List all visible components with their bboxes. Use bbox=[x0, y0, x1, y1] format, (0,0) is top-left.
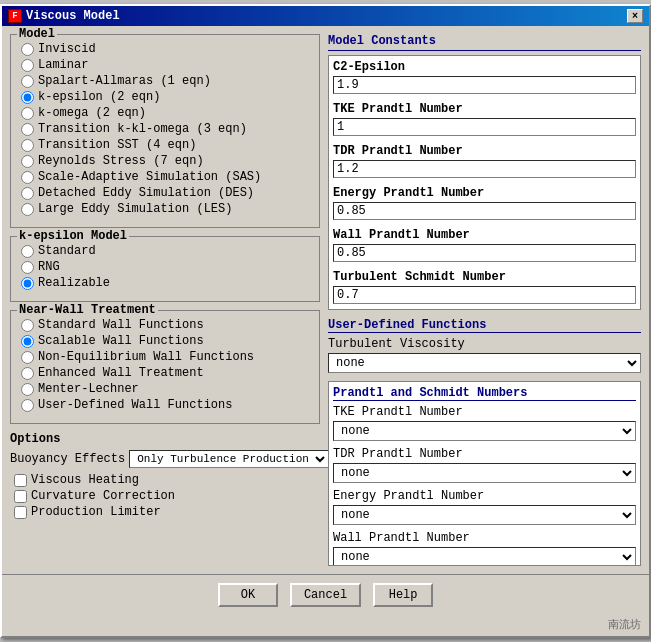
model-constants-section: Model Constants C2-Epsilon TKE Prandtl N… bbox=[328, 34, 641, 310]
checkbox-production[interactable]: Production Limiter bbox=[10, 504, 320, 520]
label-sas: Scale-Adaptive Simulation (SAS) bbox=[38, 170, 261, 184]
label-spalart: Spalart-Allmaras (1 eqn) bbox=[38, 74, 211, 88]
mc-tke-label: TKE Prandtl Number bbox=[333, 102, 636, 116]
radio-spalart[interactable]: Spalart-Allmaras (1 eqn) bbox=[17, 73, 313, 89]
ps-wall-select[interactable]: none bbox=[333, 547, 636, 566]
ps-tdr-label: TDR Prandtl Number bbox=[333, 447, 636, 461]
mc-c2eps-label: C2-Epsilon bbox=[333, 60, 636, 74]
buoyancy-select[interactable]: None Only Turbulence Production All bbox=[129, 450, 329, 468]
bottom-bar: OK Cancel Help bbox=[2, 574, 649, 615]
radio-les[interactable]: Large Eddy Simulation (LES) bbox=[17, 201, 313, 217]
udf-label: User-Defined Functions bbox=[328, 318, 641, 333]
label-realizable: Realizable bbox=[38, 276, 110, 290]
label-standard: Standard bbox=[38, 244, 96, 258]
title-bar: F Viscous Model × bbox=[2, 6, 649, 26]
label-menter: Menter-Lechner bbox=[38, 382, 139, 396]
mc-schmidt-input[interactable] bbox=[333, 286, 636, 304]
ps-wall-label: Wall Prandtl Number bbox=[333, 531, 636, 545]
label-std-wall: Standard Wall Functions bbox=[38, 318, 204, 332]
help-button[interactable]: Help bbox=[373, 583, 433, 607]
ps-energy-label: Energy Prandtl Number bbox=[333, 489, 636, 503]
kepsilon-section-title: k-epsilon Model bbox=[17, 229, 129, 243]
prandtl-section: Prandtl and Schmidt Numbers TKE Prandtl … bbox=[328, 381, 641, 566]
radio-reynolds[interactable]: Reynolds Stress (7 eqn) bbox=[17, 153, 313, 169]
model-constants-label: Model Constants bbox=[328, 34, 641, 51]
radio-enhanced-wall[interactable]: Enhanced Wall Treatment bbox=[17, 365, 313, 381]
udf-turb-visc-label: Turbulent Viscosity bbox=[328, 337, 641, 351]
model-section: Model Inviscid Laminar Spalart-Allmaras … bbox=[10, 34, 320, 228]
label-trans-sst: Transition SST (4 eqn) bbox=[38, 138, 196, 152]
cancel-button[interactable]: Cancel bbox=[290, 583, 361, 607]
udf-turb-visc-select[interactable]: none bbox=[328, 353, 641, 373]
left-panel: Model Inviscid Laminar Spalart-Allmaras … bbox=[10, 34, 320, 566]
model-constants-scroll[interactable]: C2-Epsilon TKE Prandtl Number TDR Prandt… bbox=[328, 55, 641, 310]
ps-energy-select[interactable]: none bbox=[333, 505, 636, 525]
model-section-title: Model bbox=[17, 27, 57, 41]
mc-tke-input[interactable] bbox=[333, 118, 636, 136]
label-reynolds: Reynolds Stress (7 eqn) bbox=[38, 154, 204, 168]
mc-energy-input[interactable] bbox=[333, 202, 636, 220]
label-user-wall: User-Defined Wall Functions bbox=[38, 398, 232, 412]
radio-non-eq-wall[interactable]: Non-Equilibrium Wall Functions bbox=[17, 349, 313, 365]
kepsilon-section: k-epsilon Model Standard RNG Realizable bbox=[10, 236, 320, 302]
radio-laminar[interactable]: Laminar bbox=[17, 57, 313, 73]
options-label: Options bbox=[10, 432, 320, 446]
mc-wall-prandtl-label: Wall Prandtl Number bbox=[333, 228, 636, 242]
label-production: Production Limiter bbox=[31, 505, 161, 519]
mc-schmidt-label: Turbulent Schmidt Number bbox=[333, 270, 636, 284]
radio-rng[interactable]: RNG bbox=[17, 259, 313, 275]
label-laminar: Laminar bbox=[38, 58, 88, 72]
mc-energy-label: Energy Prandtl Number bbox=[333, 186, 636, 200]
nearwall-radio-group: Standard Wall Functions Scalable Wall Fu… bbox=[17, 317, 313, 413]
model-radio-group: Inviscid Laminar Spalart-Allmaras (1 eqn… bbox=[17, 41, 313, 217]
buoyancy-label: Buoyancy Effects bbox=[10, 452, 125, 466]
mc-c2eps-input[interactable] bbox=[333, 76, 636, 94]
nearwall-section: Near-Wall Treatment Standard Wall Functi… bbox=[10, 310, 320, 424]
options-section: Options Buoyancy Effects None Only Turbu… bbox=[10, 432, 320, 520]
label-inviscid: Inviscid bbox=[38, 42, 96, 56]
label-trans-kkl: Transition k-kl-omega (3 eqn) bbox=[38, 122, 247, 136]
radio-realizable[interactable]: Realizable bbox=[17, 275, 313, 291]
label-les: Large Eddy Simulation (LES) bbox=[38, 202, 232, 216]
checkbox-curvature[interactable]: Curvature Correction bbox=[10, 488, 320, 504]
window-icon: F bbox=[8, 9, 22, 23]
main-content: Model Inviscid Laminar Spalart-Allmaras … bbox=[2, 26, 649, 574]
radio-des[interactable]: Detached Eddy Simulation (DES) bbox=[17, 185, 313, 201]
watermark: 南流坊 bbox=[2, 615, 649, 636]
label-enhanced-wall: Enhanced Wall Treatment bbox=[38, 366, 204, 380]
radio-trans-sst[interactable]: Transition SST (4 eqn) bbox=[17, 137, 313, 153]
mc-tdr-input[interactable] bbox=[333, 160, 636, 178]
radio-kepsilon[interactable]: k-epsilon (2 eqn) bbox=[17, 89, 313, 105]
label-rng: RNG bbox=[38, 260, 60, 274]
radio-sas[interactable]: Scale-Adaptive Simulation (SAS) bbox=[17, 169, 313, 185]
viscous-model-dialog: F Viscous Model × Model Inviscid Laminar bbox=[0, 4, 651, 638]
right-panel: Model Constants C2-Epsilon TKE Prandtl N… bbox=[328, 34, 641, 566]
mc-wall-prandtl-input[interactable] bbox=[333, 244, 636, 262]
radio-inviscid[interactable]: Inviscid bbox=[17, 41, 313, 57]
ps-tdr-select[interactable]: none bbox=[333, 463, 636, 483]
ok-button[interactable]: OK bbox=[218, 583, 278, 607]
label-komega: k-omega (2 eqn) bbox=[38, 106, 146, 120]
label-scalable-wall: Scalable Wall Functions bbox=[38, 334, 204, 348]
radio-user-wall[interactable]: User-Defined Wall Functions bbox=[17, 397, 313, 413]
ps-tke-label: TKE Prandtl Number bbox=[333, 405, 636, 419]
checkbox-viscous-heating[interactable]: Viscous Heating bbox=[10, 472, 320, 488]
ps-label: Prandtl and Schmidt Numbers bbox=[333, 386, 636, 401]
label-kepsilon: k-epsilon (2 eqn) bbox=[38, 90, 160, 104]
radio-standard[interactable]: Standard bbox=[17, 243, 313, 259]
kepsilon-radio-group: Standard RNG Realizable bbox=[17, 243, 313, 291]
prandtl-scroll[interactable]: Prandtl and Schmidt Numbers TKE Prandtl … bbox=[328, 381, 641, 566]
radio-trans-kkl[interactable]: Transition k-kl-omega (3 eqn) bbox=[17, 121, 313, 137]
window-title: Viscous Model bbox=[26, 9, 120, 23]
udf-section: User-Defined Functions Turbulent Viscosi… bbox=[328, 318, 641, 377]
options-checkboxes: Viscous Heating Curvature Correction Pro… bbox=[10, 472, 320, 520]
label-curvature: Curvature Correction bbox=[31, 489, 175, 503]
radio-menter[interactable]: Menter-Lechner bbox=[17, 381, 313, 397]
radio-scalable-wall[interactable]: Scalable Wall Functions bbox=[17, 333, 313, 349]
radio-komega[interactable]: k-omega (2 eqn) bbox=[17, 105, 313, 121]
ps-tke-select[interactable]: none bbox=[333, 421, 636, 441]
radio-std-wall[interactable]: Standard Wall Functions bbox=[17, 317, 313, 333]
buoyancy-row: Buoyancy Effects None Only Turbulence Pr… bbox=[10, 450, 320, 468]
close-button[interactable]: × bbox=[627, 9, 643, 23]
label-des: Detached Eddy Simulation (DES) bbox=[38, 186, 254, 200]
